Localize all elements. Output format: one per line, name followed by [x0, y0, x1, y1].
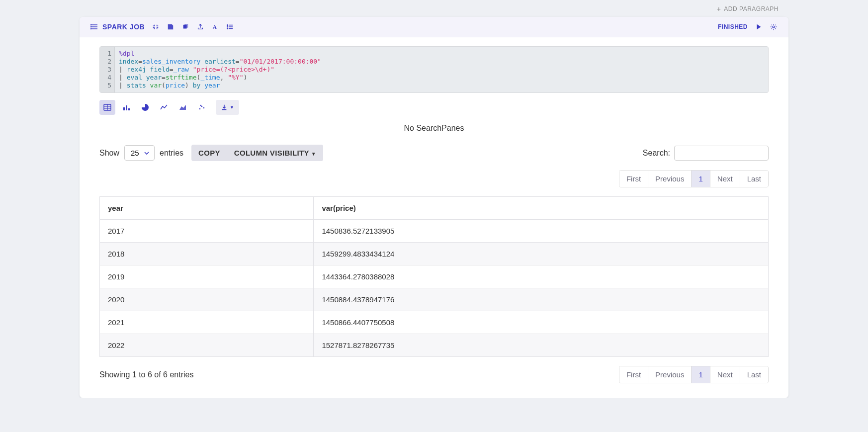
add-paragraph-label: ADD PARAGRAPH	[724, 5, 779, 12]
add-paragraph-button[interactable]: + ADD PARAGRAPH	[717, 5, 779, 12]
table-row: 20191443364.2780388028	[100, 265, 769, 288]
svg-rect-7	[184, 24, 188, 28]
search-label: Search:	[643, 149, 670, 158]
page-previous-button[interactable]: Previous	[648, 366, 692, 383]
download-button[interactable]: ▼	[216, 100, 239, 115]
code-gutter: 1 2 3 4 5	[100, 47, 115, 92]
numbered-list-icon[interactable]	[226, 23, 234, 31]
table-row: 20221527871.8278267735	[100, 334, 769, 357]
font-icon[interactable]: A	[211, 23, 219, 31]
scatter-chart-button[interactable]	[194, 100, 210, 115]
save-icon[interactable]	[167, 23, 174, 31]
status-label: FINISHED	[718, 23, 748, 30]
results-table: year var(price) 20171450836.5272133905 2…	[99, 196, 769, 357]
svg-text:A: A	[213, 24, 217, 30]
svg-point-14	[227, 28, 228, 29]
panel-header: SPARK JOB A FINISHED	[80, 17, 788, 37]
page-number-button[interactable]: 1	[692, 366, 710, 383]
page-number-button[interactable]: 1	[692, 171, 710, 187]
paragraph-title: SPARK JOB	[102, 23, 145, 31]
minimize-icon[interactable]	[152, 23, 160, 31]
area-chart-button[interactable]	[175, 100, 191, 115]
gear-icon[interactable]	[770, 23, 778, 31]
svg-point-24	[201, 106, 203, 107]
page-previous-button[interactable]: Previous	[648, 171, 692, 187]
column-header-var-price[interactable]: var(price)	[314, 197, 769, 220]
plus-icon: +	[717, 5, 721, 12]
svg-point-23	[199, 108, 201, 110]
column-header-year[interactable]: year	[100, 197, 314, 220]
pagination-top: First Previous 1 Next Last	[619, 170, 769, 187]
page-last-button[interactable]: Last	[740, 171, 768, 187]
copy-button[interactable]: COPY	[191, 145, 227, 161]
svg-rect-21	[126, 105, 127, 110]
page-next-button[interactable]: Next	[710, 171, 740, 187]
entries-label: entries	[160, 149, 183, 158]
column-visibility-button[interactable]: COLUMN VISIBILITY▼	[227, 145, 323, 161]
table-row: 20181459299.4833434124	[100, 243, 769, 265]
svg-point-15	[773, 26, 775, 28]
table-info: Showing 1 to 6 of 6 entries	[99, 370, 193, 379]
svg-point-25	[203, 107, 205, 109]
table-view-button[interactable]	[99, 100, 115, 115]
viz-toolbar: ▼	[99, 100, 769, 115]
line-chart-button[interactable]	[156, 100, 172, 115]
page-last-button[interactable]: Last	[740, 366, 768, 383]
export-icon[interactable]	[196, 23, 204, 31]
svg-point-26	[200, 105, 202, 106]
bar-chart-button[interactable]	[118, 100, 134, 115]
chevron-down-icon: ▼	[311, 151, 316, 157]
no-searchpanes-label: No SearchPanes	[99, 124, 769, 133]
play-icon[interactable]	[755, 23, 763, 31]
copy-icon[interactable]	[181, 23, 189, 31]
code-content[interactable]: %dpl index=sales_inventory earliest="01/…	[115, 47, 768, 92]
svg-point-3	[91, 25, 91, 25]
show-label: Show	[99, 149, 119, 158]
svg-point-13	[227, 26, 228, 27]
list-icon	[90, 23, 98, 31]
code-editor[interactable]: 1 2 3 4 5 %dpl index=sales_inventory ear…	[99, 46, 769, 93]
pie-chart-button[interactable]	[137, 100, 153, 115]
page-first-button[interactable]: First	[619, 366, 648, 383]
search-input[interactable]	[674, 146, 769, 161]
svg-point-4	[91, 27, 91, 27]
svg-rect-22	[128, 108, 130, 110]
svg-point-12	[227, 25, 228, 26]
pagination-bottom: First Previous 1 Next Last	[619, 366, 769, 383]
page-first-button[interactable]: First	[619, 171, 648, 187]
svg-rect-20	[123, 107, 125, 110]
table-row: 20211450866.4407750508	[100, 311, 769, 334]
page-size-select[interactable]: 25	[124, 145, 155, 161]
page-next-button[interactable]: Next	[710, 366, 740, 383]
svg-point-5	[91, 29, 91, 29]
table-row: 20171450836.5272133905	[100, 220, 769, 243]
chevron-down-icon: ▼	[230, 105, 234, 110]
table-row: 20201450884.4378947176	[100, 288, 769, 311]
paragraph-panel: SPARK JOB A FINISHED	[80, 17, 788, 398]
